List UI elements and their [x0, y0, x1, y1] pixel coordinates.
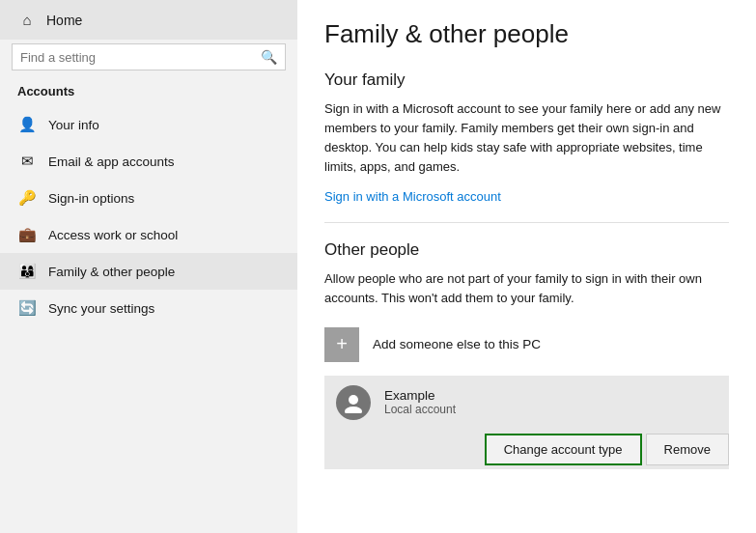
- add-person-button[interactable]: + Add someone else to this PC: [324, 318, 729, 372]
- sidebar-item-label: Email & app accounts: [48, 154, 175, 169]
- sign-in-link[interactable]: Sign in with a Microsoft account: [324, 189, 501, 204]
- your-family-title: Your family: [324, 70, 729, 90]
- sidebar-item-label: Sync your settings: [48, 301, 154, 316]
- main-content: Family & other people Your family Sign i…: [297, 0, 756, 533]
- sidebar-item-label: Access work or school: [48, 228, 178, 242]
- sidebar-item-work-school[interactable]: 💼 Access work or school: [0, 216, 297, 253]
- person-name: Example: [384, 388, 717, 403]
- briefcase-icon: 💼: [17, 226, 37, 243]
- svg-point-0: [349, 395, 358, 405]
- add-icon: +: [324, 327, 359, 362]
- svg-point-1: [345, 407, 362, 413]
- sidebar-home-button[interactable]: ⌂ Home: [0, 0, 297, 40]
- your-family-description: Sign in with a Microsoft account to see …: [324, 99, 729, 178]
- sidebar-home-label: Home: [46, 13, 82, 28]
- sync-icon: 🔄: [17, 299, 37, 317]
- search-input[interactable]: [20, 50, 255, 65]
- other-people-description: Allow people who are not part of your fa…: [324, 269, 729, 308]
- avatar: [336, 385, 371, 420]
- family-icon: 👨‍👩‍👦: [17, 263, 37, 280]
- person-avatar-icon: [343, 392, 364, 413]
- person-row: Example Local account: [324, 376, 729, 430]
- sidebar-item-email-app[interactable]: ✉ Email & app accounts: [0, 143, 297, 180]
- sidebar: ⌂ Home 🔍 Accounts 👤 Your info ✉ Email & …: [0, 0, 297, 533]
- sidebar-item-sign-in[interactable]: 🔑 Sign-in options: [0, 180, 297, 216]
- person-info: Example Local account: [384, 388, 717, 416]
- add-person-label: Add someone else to this PC: [373, 337, 541, 351]
- sidebar-item-label: Family & other people: [48, 265, 175, 279]
- sidebar-item-family[interactable]: 👨‍👩‍👦 Family & other people: [0, 253, 297, 290]
- search-icon: 🔍: [261, 49, 277, 65]
- search-box[interactable]: 🔍: [12, 43, 286, 70]
- user-icon: 👤: [17, 116, 37, 133]
- person-type: Local account: [384, 403, 717, 416]
- sidebar-item-your-info[interactable]: 👤 Your info: [0, 106, 297, 143]
- other-people-title: Other people: [324, 240, 729, 260]
- sidebar-item-sync[interactable]: 🔄 Sync your settings: [0, 290, 297, 326]
- key-icon: 🔑: [17, 189, 37, 207]
- sidebar-section-title: Accounts: [0, 80, 297, 106]
- home-icon: ⌂: [17, 12, 37, 28]
- page-title: Family & other people: [324, 19, 729, 49]
- email-icon: ✉: [17, 153, 37, 170]
- sidebar-item-label: Your info: [48, 118, 99, 132]
- change-account-type-button[interactable]: Change account type: [485, 434, 642, 465]
- remove-button[interactable]: Remove: [646, 434, 729, 465]
- sidebar-item-label: Sign-in options: [48, 191, 134, 206]
- person-actions: Change account type Remove: [324, 430, 729, 469]
- section-divider: [324, 222, 729, 223]
